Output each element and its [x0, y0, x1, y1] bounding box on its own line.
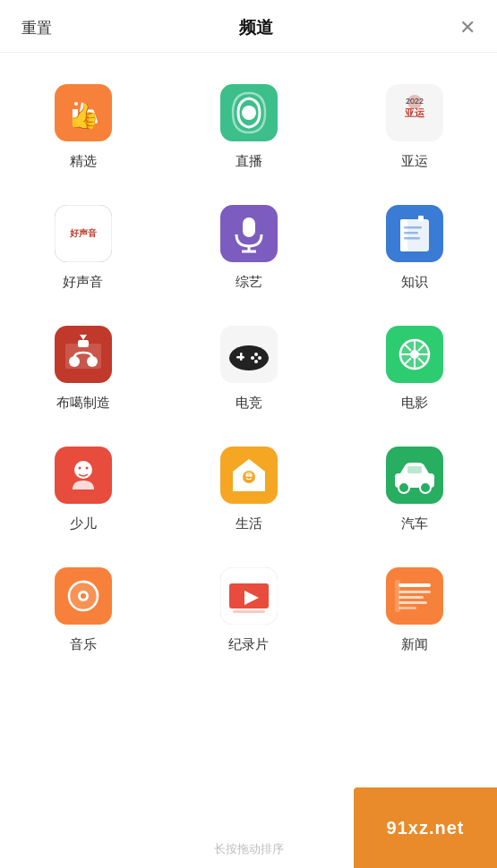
channel-item-yayun[interactable]: 亚运 2022 亚运: [331, 62, 497, 183]
channel-item-zhishi[interactable]: 知识: [331, 183, 497, 303]
svg-point-66: [81, 593, 86, 599]
svg-rect-70: [233, 610, 265, 613]
svg-point-33: [251, 356, 254, 360]
dianjing-label: 电竞: [236, 395, 262, 412]
svg-point-49: [78, 467, 81, 470]
channel-item-haoshengyin[interactable]: 好声音 好声音: [0, 183, 166, 303]
svg-point-31: [254, 353, 258, 356]
channel-item-zongyi[interactable]: 综艺: [166, 183, 331, 303]
svg-rect-16: [400, 219, 407, 251]
svg-point-3: [242, 106, 256, 120]
svg-rect-30: [236, 356, 244, 359]
svg-rect-73: [398, 591, 431, 593]
dianying-icon: [383, 323, 446, 386]
buzan-label: 布噶制造: [56, 395, 110, 412]
qiche-icon: [383, 444, 446, 506]
yayun-label: 亚运: [401, 153, 428, 170]
svg-rect-76: [398, 607, 416, 609]
svg-rect-20: [418, 216, 424, 221]
svg-point-55: [245, 474, 248, 477]
page-title: 频道: [239, 16, 273, 39]
dianying-label: 电影: [401, 395, 428, 412]
svg-rect-25: [78, 340, 89, 347]
svg-rect-11: [243, 217, 255, 237]
svg-point-32: [258, 356, 261, 360]
channel-item-buzan[interactable]: 布噶制造: [0, 303, 166, 424]
channel-grid: 👍 精选 直播 亚运 2022 亚运 好声音 好声音 综艺: [0, 53, 497, 675]
shaor-icon: [52, 444, 115, 506]
svg-text:亚运: 亚运: [405, 107, 425, 118]
zongyi-icon: [218, 202, 280, 265]
zongyi-label: 综艺: [236, 274, 262, 291]
jiluqi-label: 纪录片: [228, 636, 269, 653]
watermark-text: 91xz.net: [387, 818, 465, 838]
yinyue-icon: [52, 565, 115, 627]
svg-text:好声音: 好声音: [69, 228, 97, 238]
reset-button[interactable]: 重置: [21, 18, 52, 38]
svg-point-60: [420, 482, 431, 493]
channel-item-yinyue[interactable]: 音乐: [0, 545, 166, 666]
channel-item-qiche[interactable]: 汽车: [331, 424, 497, 545]
svg-rect-19: [404, 237, 420, 240]
channel-item-dianying[interactable]: 电影: [331, 303, 497, 424]
dianjing-icon: [218, 323, 280, 386]
channel-item-zhibo[interactable]: 直播: [166, 62, 331, 183]
svg-point-28: [229, 345, 269, 370]
header: 重置 频道 ✕: [0, 0, 497, 53]
channel-item-xinwen[interactable]: 新闻: [331, 545, 497, 666]
svg-rect-77: [395, 580, 400, 612]
zhibo-label: 直播: [236, 153, 262, 170]
svg-point-56: [249, 474, 252, 477]
svg-rect-74: [398, 596, 424, 599]
svg-text:👍: 👍: [67, 101, 99, 131]
channel-item-shaor[interactable]: 少儿: [0, 424, 166, 545]
svg-point-34: [254, 360, 258, 363]
channel-item-dianjing[interactable]: 电竞: [166, 303, 331, 424]
yayun-icon: 亚运 2022: [383, 81, 446, 144]
yinyue-label: 音乐: [70, 636, 97, 653]
zhishi-label: 知识: [401, 274, 428, 291]
svg-point-38: [410, 350, 419, 359]
svg-point-59: [398, 482, 409, 493]
qiche-label: 汽车: [401, 515, 428, 532]
jingxuan-label: 精选: [70, 153, 97, 170]
jiluqi-icon: [218, 565, 280, 627]
haoshengyin-label: 好声音: [63, 274, 103, 291]
channel-item-jiluqi[interactable]: 纪录片: [166, 545, 331, 666]
zhishi-icon: [383, 202, 446, 265]
buzan-icon: [52, 323, 115, 386]
svg-rect-17: [404, 226, 422, 229]
haoshengyin-icon: 好声音: [52, 202, 115, 265]
watermark: 91xz.net: [354, 787, 497, 868]
shenghuo-icon: [218, 444, 280, 506]
zhibo-icon: [218, 81, 280, 144]
close-button[interactable]: ✕: [459, 18, 476, 38]
svg-rect-75: [398, 601, 427, 604]
svg-rect-61: [407, 466, 422, 473]
shaor-label: 少儿: [70, 515, 97, 532]
channel-item-shenghuo[interactable]: 生活: [166, 424, 331, 545]
channel-item-jingxuan[interactable]: 👍 精选: [0, 62, 166, 183]
svg-text:2022: 2022: [405, 97, 423, 106]
xinwen-icon: [383, 565, 446, 627]
svg-rect-72: [398, 583, 431, 587]
jingxuan-icon: 👍: [52, 81, 115, 144]
xinwen-label: 新闻: [401, 636, 428, 653]
svg-rect-18: [404, 232, 418, 234]
svg-point-50: [85, 467, 88, 470]
shenghuo-label: 生活: [236, 515, 262, 532]
